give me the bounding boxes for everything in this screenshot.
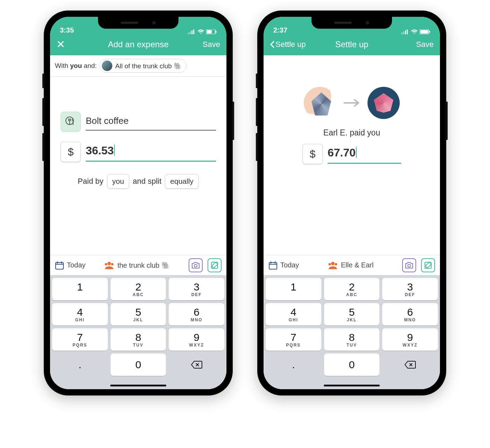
svg-rect-0: [188, 33, 189, 34]
keypad: 1 2ABC3DEF4GHI5JKL6MNO7PQRS8TUV9WXYZ.0: [264, 275, 440, 389]
notch: [98, 17, 178, 29]
people-icon: [328, 261, 338, 269]
close-button[interactable]: ✕: [56, 39, 65, 50]
wifi-icon: [197, 29, 204, 34]
payee-avatar[interactable]: [368, 87, 400, 119]
camera-icon: [191, 262, 200, 269]
arrow-right-icon: [343, 98, 360, 108]
key-1[interactable]: 1: [52, 278, 108, 300]
key-3[interactable]: 3DEF: [382, 278, 438, 300]
save-button[interactable]: Save: [203, 40, 220, 49]
key-3[interactable]: 3DEF: [169, 278, 224, 300]
svg-point-10: [105, 263, 107, 265]
key-9[interactable]: 9WXYZ: [382, 328, 438, 351]
key-8[interactable]: 8TUV: [111, 328, 166, 351]
note-button[interactable]: [421, 258, 435, 272]
key-5[interactable]: 5JKL: [111, 303, 166, 326]
svg-rect-19: [420, 30, 428, 34]
key-4[interactable]: 4GHI: [266, 303, 321, 326]
amount-input[interactable]: 36.53: [86, 142, 216, 162]
group-chip[interactable]: All of the trunk club 🐘: [99, 59, 187, 73]
key-dot[interactable]: .: [266, 354, 321, 376]
key-7[interactable]: 7PQRS: [52, 328, 108, 351]
payer-button[interactable]: you: [107, 174, 130, 189]
note-icon: [210, 261, 219, 270]
group-button[interactable]: Elle & Earl: [304, 261, 397, 269]
date-button[interactable]: Today: [268, 261, 299, 270]
description-input[interactable]: Bolt coffee: [86, 113, 216, 131]
currency-button[interactable]: $: [61, 142, 81, 162]
key-delete[interactable]: [382, 354, 438, 376]
svg-rect-17: [407, 29, 408, 34]
svg-rect-8: [56, 262, 63, 269]
currency-button[interactable]: $: [302, 144, 323, 164]
battery-icon: [420, 29, 430, 34]
svg-rect-14: [401, 33, 402, 34]
amount-input[interactable]: 67.70: [328, 144, 401, 164]
svg-point-25: [408, 264, 411, 267]
key-7[interactable]: 7PQRS: [266, 328, 321, 351]
note-button[interactable]: [208, 258, 222, 272]
save-button[interactable]: Save: [416, 40, 434, 49]
key-delete[interactable]: [169, 354, 224, 376]
key-5[interactable]: 5JKL: [324, 303, 380, 326]
key-9[interactable]: 9WXYZ: [169, 328, 224, 351]
home-indicator[interactable]: [324, 385, 380, 386]
svg-point-9: [107, 262, 111, 265]
note-icon: [424, 261, 432, 270]
backspace-icon: [404, 360, 416, 369]
nav-title: Settle up: [308, 40, 395, 49]
home-indicator[interactable]: [110, 385, 166, 386]
key-dot[interactable]: .: [52, 354, 108, 376]
key-2[interactable]: 2ABC: [111, 278, 166, 300]
svg-point-22: [331, 262, 335, 265]
cellular-icon: [188, 29, 196, 34]
svg-rect-3: [193, 29, 194, 34]
key-2[interactable]: 2ABC: [324, 278, 380, 300]
key-6[interactable]: 6MNO: [382, 303, 438, 326]
back-button[interactable]: Settle up: [270, 40, 306, 49]
battery-icon: [206, 29, 217, 34]
svg-rect-6: [216, 31, 217, 33]
key-1[interactable]: 1: [266, 278, 321, 300]
options-bar: Today Elle & Earl: [264, 255, 440, 275]
navbar: Settle up Settle up Save: [264, 36, 440, 55]
svg-rect-20: [429, 31, 430, 33]
payer-avatar[interactable]: [304, 87, 336, 119]
svg-point-24: [335, 263, 337, 265]
date-button[interactable]: Today: [55, 261, 85, 270]
split-line: Paid by you and split equally: [61, 174, 216, 189]
svg-point-11: [111, 263, 114, 265]
payment-label: Earl E. paid you: [264, 128, 440, 138]
key-0[interactable]: 0: [324, 354, 380, 376]
svg-rect-5: [207, 30, 212, 34]
cellular-icon: [401, 29, 409, 34]
participants-strip: With you and: All of the trunk club 🐘: [50, 55, 226, 77]
category-icon[interactable]: [61, 112, 81, 132]
chevron-left-icon: [270, 41, 275, 48]
camera-button[interactable]: [402, 258, 416, 272]
key-8[interactable]: 8TUV: [324, 328, 380, 351]
notch: [312, 17, 392, 29]
group-avatar-icon: [102, 61, 112, 71]
camera-button[interactable]: [189, 258, 203, 272]
svg-rect-1: [190, 31, 191, 34]
status-time: 3:35: [60, 26, 74, 34]
svg-rect-21: [269, 262, 277, 269]
key-0[interactable]: 0: [111, 354, 166, 376]
key-6[interactable]: 6MNO: [169, 303, 224, 326]
group-button[interactable]: the trunk club 🐘: [90, 261, 184, 270]
people-icon: [104, 261, 114, 269]
phone-expense: 3:35 ✕ Add an expense Save With you and:…: [44, 10, 233, 396]
calendar-icon: [268, 261, 278, 270]
svg-rect-2: [191, 30, 192, 34]
calendar-icon: [55, 261, 64, 270]
split-method-button[interactable]: equally: [165, 174, 199, 189]
svg-point-12: [194, 264, 197, 267]
nav-title: Add an expense: [95, 40, 182, 49]
wifi-icon: [411, 29, 418, 34]
payment-direction: [264, 87, 440, 119]
key-4[interactable]: 4GHI: [52, 303, 108, 326]
svg-rect-15: [403, 31, 404, 34]
camera-icon: [405, 262, 413, 269]
